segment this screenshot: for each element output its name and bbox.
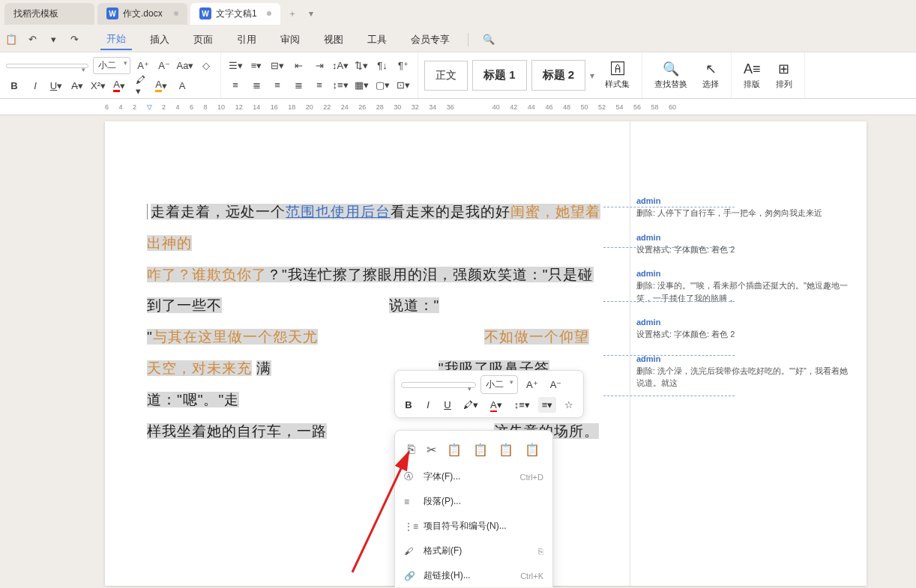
paste-icon[interactable]: 📋 [444,440,465,460]
text-highlight-button[interactable]: A▾ [153,77,169,94]
increase-font-icon[interactable]: A⁺ [135,58,151,74]
paragraph-settings-icon[interactable]: ⊡▾ [395,77,412,94]
line-spacing-icon[interactable]: ↕≡▾ [332,77,349,94]
justify-icon[interactable]: ≣ [290,77,307,94]
style-heading2[interactable]: 标题 2 [531,60,586,91]
menu-tools[interactable]: 工具 [361,30,393,49]
menu-member[interactable]: 会员专享 [405,30,456,49]
find-replace-button[interactable]: 🔍 查找替换 [648,58,693,93]
menu-review[interactable]: 审阅 [274,30,306,49]
mini-line-spacing-button[interactable]: ↕≡▾ [510,397,534,413]
ruler[interactable]: 642 ▽ 2468 10121416 18202224 26283032 34… [0,99,916,115]
layout-button[interactable]: A≡ 排版 [738,58,767,93]
tab-document-2[interactable]: W 文字文稿1 [190,3,280,25]
styles-set-button[interactable]: 🄰 样式集 [599,58,636,93]
mini-decrease-font[interactable]: A⁻ [546,377,566,392]
comment-connector [603,395,735,396]
increase-indent-icon[interactable]: ⇥ [311,58,328,74]
multilevel-list-icon[interactable]: ⊟▾ [269,58,286,74]
page-area: ⠿ 走着走着，远处一个范围也使用后台看走来的是我的好闺蜜，她望着出神的 咋了？谁… [0,115,916,587]
highlight-button[interactable]: 🖍▾ [132,77,148,94]
font-family-dropdown[interactable] [6,64,88,68]
comment-item[interactable]: admin 删除: 没事的。""唉，看来那个插曲还挺大的。"她逗趣地一笑，一手揽… [636,269,853,304]
cm-hyperlink[interactable]: 🔗 超链接(H)... Ctrl+K [395,563,552,587]
cm-font[interactable]: Ⓐ 字体(F)... Ctrl+D [395,464,552,489]
add-tab-button[interactable]: ＋ [283,3,301,25]
unsaved-dot-icon [267,11,271,16]
paste-special-icon[interactable]: 📋 [522,440,543,460]
search-icon[interactable]: 🔍 [480,31,497,48]
decrease-font-icon[interactable]: A⁻ [156,58,172,74]
mini-align-button[interactable]: ≡▾ [538,397,557,413]
format-painter-dup-icon: ⎘ [538,547,543,556]
menu-start[interactable]: 开始 [100,29,132,50]
mini-font-color-button[interactable]: A▾ [486,397,506,413]
unsaved-dot-icon [174,11,178,16]
mini-more-button[interactable]: ☆ [561,397,577,413]
undo-icon[interactable]: ↶ [24,31,40,48]
numbering-icon[interactable]: ≡▾ [248,58,265,74]
decrease-indent-icon[interactable]: ⇤ [290,58,307,74]
change-case-icon[interactable]: Aa▾ [177,58,193,74]
mini-increase-font[interactable]: A⁺ [522,377,542,392]
shading-icon[interactable]: ▦▾ [353,77,370,94]
styles-more-icon[interactable]: ▾ [590,70,594,81]
mini-underline-button[interactable]: U [440,397,455,413]
arrange-button[interactable]: ⊞ 排列 [770,58,798,93]
select-button[interactable]: ↖ 选择 [696,58,725,93]
comment-item[interactable]: admin 设置格式: 字体颜色: 着色 2 [636,233,853,256]
comment-item[interactable]: admin 删除: 人停下了自行车，手一把伞，匆匆向我走来近 [636,196,853,219]
mini-font-family-dropdown[interactable] [401,382,476,388]
style-heading1[interactable]: 标题 1 [472,60,527,91]
character-shading-button[interactable]: A [174,77,190,94]
text-direction-icon[interactable]: ↕A▾ [332,58,349,74]
align-center-icon[interactable]: ≣ [248,77,265,94]
mini-highlight-button[interactable]: 🖍▾ [459,397,482,413]
bold-button[interactable]: B [6,77,22,94]
cm-paragraph[interactable]: ≡ 段落(P)... [395,489,552,514]
tab-label: 找稻壳模板 [13,7,85,20]
menu-view[interactable]: 视图 [318,30,349,49]
comment-item[interactable]: admin 删除: 洗个澡，洗完后我带你去吃好吃的。""好"，我看着她说道。就这 [636,354,853,390]
align-left-icon[interactable]: ≡ [227,77,244,94]
tab-menu-button[interactable]: ▾ [304,4,318,23]
distribute-icon[interactable]: ≡ [311,77,328,94]
cm-format-painter[interactable]: 🖌 格式刷(F) ⎘ [395,539,552,563]
paste-text-icon[interactable]: 📋 [495,440,516,460]
show-marks-icon[interactable]: ¶↓ [374,58,391,74]
font-icon: Ⓐ [404,470,416,483]
sort-icon[interactable]: ⇅▾ [353,58,370,74]
superscript-button[interactable]: X²▾ [90,77,106,94]
clear-format-icon[interactable]: ◇ [198,58,214,74]
tab-document-1[interactable]: W 作文.docx [97,3,187,25]
underline-button[interactable]: U▾ [48,77,64,94]
undo-dropdown-icon[interactable]: ▾ [45,31,61,48]
bullets-icon[interactable]: ☰▾ [227,58,244,74]
arrange-icon: ⊞ [778,61,789,77]
strikethrough-button[interactable]: A̶▾ [69,77,85,94]
borders-icon[interactable]: ▢▾ [374,77,391,94]
font-size-dropdown[interactable]: 小二 [93,57,130,74]
copy-icon[interactable]: ⎘ [405,440,418,460]
menu-insert[interactable]: 插入 [144,30,175,49]
redo-icon[interactable]: ↷ [66,31,82,48]
mini-font-size-dropdown[interactable]: 小二 [480,375,518,394]
cut-icon[interactable]: ✂ [424,440,439,460]
italic-button[interactable]: I [27,77,43,94]
menu-page[interactable]: 页面 [187,30,219,49]
menu-reference[interactable]: 引用 [231,30,262,49]
font-color-button[interactable]: A▾ [111,77,127,94]
paste-icon[interactable]: 📋 [3,31,19,48]
mini-bold-button[interactable]: B [401,397,416,413]
paragraph-icon: ≡ [404,497,416,507]
style-body[interactable]: 正文 [424,61,468,91]
align-right-icon[interactable]: ≡ [269,77,286,94]
cursor-icon: ↖ [705,61,717,77]
cm-bullets[interactable]: ⋮≡ 项目符号和编号(N)... [395,514,552,539]
paste-format-icon[interactable]: 📋 [470,440,491,460]
paragraph-marks-icon[interactable]: ¶⁺ [395,58,412,74]
word-icon: W [199,7,211,19]
tab-template[interactable]: 找稻壳模板 [4,3,94,25]
comment-item[interactable]: admin 设置格式: 字体颜色: 着色 2 [636,318,853,341]
mini-italic-button[interactable]: I [421,397,436,413]
